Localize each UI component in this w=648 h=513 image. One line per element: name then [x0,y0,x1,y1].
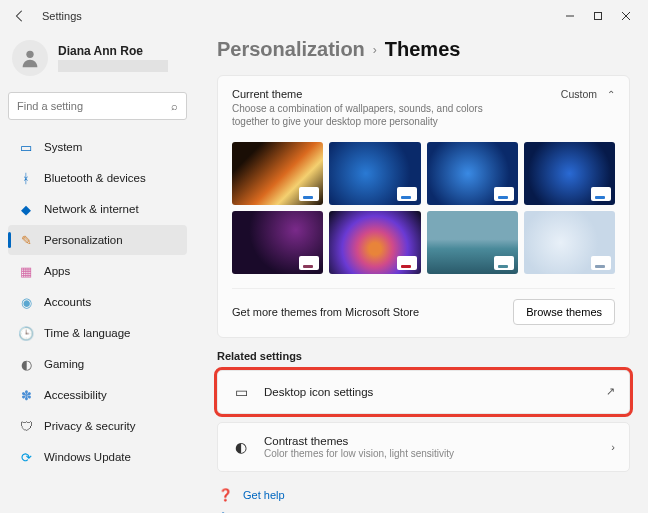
theme-thumbnail[interactable] [329,211,420,274]
card-desc: Choose a combination of wallpapers, soun… [232,102,512,128]
theme-mode: Custom [561,88,597,100]
nav-label: Bluetooth & devices [44,172,146,184]
sidebar-item-accounts[interactable]: ◉Accounts [8,287,187,317]
nav-icon: 🛡 [18,418,34,434]
sidebar-item-time-language[interactable]: 🕒Time & language [8,318,187,348]
window-title: Settings [42,10,82,22]
nav-icon: 🕒 [18,325,34,341]
search-input[interactable] [17,100,171,112]
theme-thumbnail[interactable] [427,211,518,274]
nav-icon: ◉ [18,294,34,310]
nav-icon: ᚼ [18,170,34,186]
maximize-button[interactable] [584,4,612,28]
theme-thumbnail[interactable] [524,142,615,205]
nav-icon: ⟳ [18,449,34,465]
nav-label: Personalization [44,234,123,246]
svg-rect-1 [595,13,602,20]
search-icon: ⌕ [171,100,178,112]
sidebar-item-personalization[interactable]: ✎Personalization [8,225,187,255]
nav-icon: ▭ [18,139,34,155]
browse-themes-button[interactable]: Browse themes [513,299,615,325]
theme-thumbnail[interactable] [427,142,518,205]
current-theme-card: Current theme Choose a combination of wa… [217,75,630,338]
user-block[interactable]: Diana Ann Roe [8,36,187,86]
breadcrumb-current: Themes [385,38,461,61]
close-button[interactable] [612,4,640,28]
user-name: Diana Ann Roe [58,44,168,58]
setting-row-contrast-themes[interactable]: ◐ Contrast themesColor themes for low vi… [217,422,630,472]
breadcrumb-parent[interactable]: Personalization [217,38,365,61]
nav-icon: ✎ [18,232,34,248]
sidebar-item-windows-update[interactable]: ⟳Windows Update [8,442,187,472]
card-title: Current theme [232,88,512,100]
sidebar: Diana Ann Roe ⌕ ▭SystemᚼBluetooth & devi… [0,32,195,513]
sidebar-item-system[interactable]: ▭System [8,132,187,162]
nav-label: Windows Update [44,451,131,463]
content-area: Personalization › Themes Current theme C… [195,32,648,513]
collapse-icon[interactable]: ⌃ [607,89,615,100]
user-email-placeholder [58,60,168,72]
nav-label: Time & language [44,327,131,339]
sidebar-item-gaming[interactable]: ◐Gaming [8,349,187,379]
setting-icon: ▭ [232,383,250,401]
related-heading: Related settings [217,350,630,362]
theme-thumbnail[interactable] [329,142,420,205]
store-text: Get more themes from Microsoft Store [232,306,419,318]
avatar [12,40,48,76]
nav-icon: ✽ [18,387,34,403]
theme-thumbnail[interactable] [232,211,323,274]
help-link-give-feedback[interactable]: ✎Give feedback [217,506,630,513]
chevron-right-icon: › [373,43,377,57]
help-label: Get help [243,489,285,501]
sidebar-item-privacy-security[interactable]: 🛡Privacy & security [8,411,187,441]
theme-thumbnail[interactable] [524,211,615,274]
setting-title: Desktop icon settings [264,386,592,398]
nav-label: Apps [44,265,70,277]
sidebar-item-network-internet[interactable]: ◆Network & internet [8,194,187,224]
nav-label: Accounts [44,296,91,308]
nav-icon: ◆ [18,201,34,217]
help-link-get-help[interactable]: ❓Get help [217,484,630,506]
sidebar-item-accessibility[interactable]: ✽Accessibility [8,380,187,410]
search-box[interactable]: ⌕ [8,92,187,120]
sidebar-item-apps[interactable]: ▦Apps [8,256,187,286]
setting-desc: Color themes for low vision, light sensi… [264,448,597,459]
setting-title: Contrast themes [264,435,597,447]
nav-icon: ▦ [18,263,34,279]
open-icon: ↗ [606,385,615,398]
breadcrumb: Personalization › Themes [217,38,630,61]
setting-row-desktop-icon-settings[interactable]: ▭ Desktop icon settings ↗ [217,370,630,414]
nav-label: Privacy & security [44,420,135,432]
nav-icon: ◐ [18,356,34,372]
nav-label: Gaming [44,358,84,370]
nav-label: System [44,141,82,153]
nav-label: Accessibility [44,389,107,401]
setting-icon: ◐ [232,438,250,456]
sidebar-item-bluetooth-devices[interactable]: ᚼBluetooth & devices [8,163,187,193]
open-icon: › [611,441,615,453]
theme-thumbnail[interactable] [232,142,323,205]
nav-label: Network & internet [44,203,139,215]
back-button[interactable] [8,4,32,28]
minimize-button[interactable] [556,4,584,28]
svg-point-2 [26,51,33,58]
help-icon: ❓ [217,488,233,502]
